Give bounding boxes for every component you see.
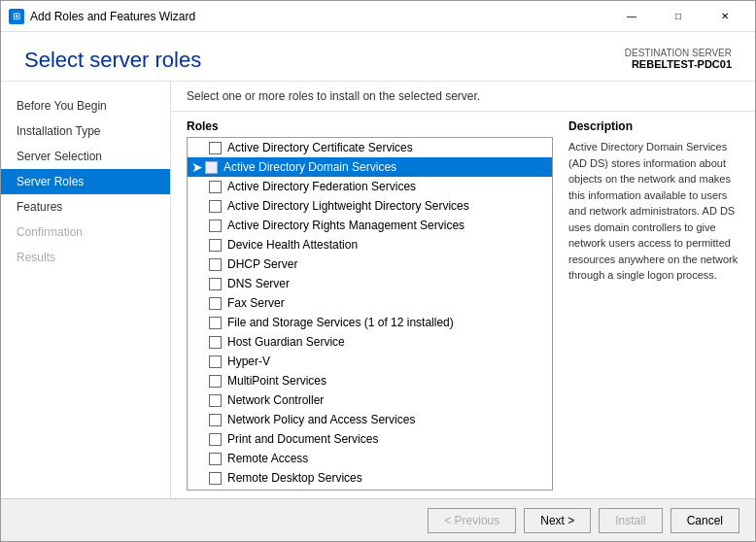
sidebar-item-confirmation: Confirmation xyxy=(1,220,170,245)
app-icon: ⊞ xyxy=(9,9,24,24)
role-name: Remote Desktop Services xyxy=(227,471,362,485)
arrow-icon: ➤ xyxy=(191,159,203,175)
role-checkbox[interactable] xyxy=(209,142,222,154)
role-name: Active Directory Domain Services xyxy=(223,160,396,174)
role-checkbox[interactable] xyxy=(209,394,222,407)
role-name: DHCP Server xyxy=(227,257,297,271)
instruction-bar: Select one or more roles to install on t… xyxy=(171,82,755,112)
role-name: Fax Server xyxy=(227,296,285,310)
role-checkbox[interactable] xyxy=(209,453,222,465)
role-item[interactable]: ➤Active Directory Domain Services xyxy=(188,157,552,177)
role-checkbox[interactable] xyxy=(209,375,222,388)
role-item[interactable]: Remote Desktop Services xyxy=(188,468,552,488)
role-checkbox[interactable] xyxy=(209,258,222,271)
role-item[interactable]: Print and Document Services xyxy=(188,429,552,449)
footer: < Previous Next > Install Cancel xyxy=(1,498,755,541)
role-name: Active Directory Certificate Services xyxy=(227,141,413,154)
role-checkbox[interactable] xyxy=(209,181,222,193)
sidebar-item-results: Results xyxy=(1,245,170,270)
sidebar-item-server-roles[interactable]: Server Roles xyxy=(1,169,170,194)
window-controls: — □ ✕ xyxy=(609,5,747,28)
instruction-text: Select one or more roles to install on t… xyxy=(187,89,480,103)
roles-panel: Roles Active Directory Certificate Servi… xyxy=(171,112,561,498)
role-item[interactable]: Active Directory Federation Services xyxy=(188,177,552,196)
role-checkbox[interactable] xyxy=(209,433,222,446)
sidebar-item-features[interactable]: Features xyxy=(1,194,170,220)
role-item[interactable]: Device Health Attestation xyxy=(188,235,552,254)
role-name: File and Storage Services (1 of 12 insta… xyxy=(227,316,454,329)
role-name: Active Directory Lightweight Directory S… xyxy=(227,199,469,213)
role-checkbox[interactable] xyxy=(209,336,222,349)
sidebar-item-installation-type[interactable]: Installation Type xyxy=(1,119,170,144)
destination-info: DESTINATION SERVER REBELTEST-PDC01 xyxy=(625,48,732,70)
role-name: Host Guardian Service xyxy=(227,335,345,349)
role-item[interactable]: Active Directory Lightweight Directory S… xyxy=(188,196,552,216)
role-name: Active Directory Federation Services xyxy=(227,180,416,193)
install-button[interactable]: Install xyxy=(599,508,662,533)
sidebar-item-server-selection[interactable]: Server Selection xyxy=(1,144,170,169)
page-title: Select server roles xyxy=(24,48,201,73)
next-button[interactable]: Next > xyxy=(524,508,591,533)
role-checkbox[interactable] xyxy=(209,220,222,232)
role-checkbox[interactable] xyxy=(209,297,222,310)
role-name: Network Controller xyxy=(227,393,324,407)
role-item[interactable]: DNS Server xyxy=(188,274,552,293)
description-header: Description xyxy=(568,119,743,133)
destination-label: DESTINATION SERVER xyxy=(625,48,732,58)
main-content: Select one or more roles to install on t… xyxy=(171,82,755,498)
role-item[interactable]: Host Guardian Service xyxy=(188,332,552,352)
role-item[interactable]: File and Storage Services (1 of 12 insta… xyxy=(188,313,552,332)
role-checkbox[interactable] xyxy=(209,239,222,252)
previous-button[interactable]: < Previous xyxy=(428,508,516,533)
window-title: Add Roles and Features Wizard xyxy=(30,10,609,23)
role-checkbox[interactable] xyxy=(209,472,222,485)
description-text: Active Directory Domain Services (AD DS)… xyxy=(568,139,743,284)
role-checkbox[interactable] xyxy=(209,317,222,329)
title-bar: ⊞ Add Roles and Features Wizard — □ ✕ xyxy=(1,1,755,32)
role-name: Print and Document Services xyxy=(227,432,378,446)
role-item[interactable]: Remote Access xyxy=(188,449,552,468)
close-button[interactable]: ✕ xyxy=(703,5,747,28)
role-item[interactable]: Network Policy and Access Services xyxy=(188,410,552,429)
role-item[interactable]: Active Directory Rights Management Servi… xyxy=(188,216,552,235)
minimize-button[interactable]: — xyxy=(609,5,654,28)
roles-description-pane: Roles Active Directory Certificate Servi… xyxy=(171,112,755,498)
sidebar-item-before-you-begin[interactable]: Before You Begin xyxy=(1,93,170,119)
role-name: MultiPoint Services xyxy=(227,374,326,388)
destination-server-name: REBELTEST-PDC01 xyxy=(625,58,732,70)
role-name: Hyper-V xyxy=(227,355,270,368)
role-item[interactable]: Network Controller xyxy=(188,390,552,410)
role-item[interactable]: MultiPoint Services xyxy=(188,371,552,390)
role-name: Device Health Attestation xyxy=(227,238,358,252)
role-name: Remote Access xyxy=(227,452,308,465)
role-checkbox[interactable] xyxy=(209,414,222,426)
role-item[interactable]: Hyper-V xyxy=(188,352,552,371)
role-name: DNS Server xyxy=(227,277,290,290)
cancel-button[interactable]: Cancel xyxy=(670,508,739,533)
main-layout: Before You BeginInstallation TypeServer … xyxy=(1,82,755,498)
roles-header: Roles xyxy=(187,119,553,133)
role-name: Active Directory Rights Management Servi… xyxy=(227,219,464,232)
roles-list: Active Directory Certificate Services➤Ac… xyxy=(188,138,552,491)
roles-list-container[interactable]: Active Directory Certificate Services➤Ac… xyxy=(187,137,553,491)
sidebar: Before You BeginInstallation TypeServer … xyxy=(1,82,171,498)
role-checkbox[interactable] xyxy=(209,200,222,213)
role-checkbox[interactable] xyxy=(209,356,222,368)
maximize-button[interactable]: □ xyxy=(656,5,701,28)
role-name: Network Policy and Access Services xyxy=(227,413,415,426)
page-header: Select server roles DESTINATION SERVER R… xyxy=(1,32,755,82)
role-checkbox[interactable] xyxy=(205,161,218,174)
role-checkbox[interactable] xyxy=(209,278,222,290)
role-item[interactable]: Active Directory Certificate Services xyxy=(188,138,552,157)
window: ⊞ Add Roles and Features Wizard — □ ✕ Se… xyxy=(0,0,756,542)
role-item[interactable]: Volume Activation Services xyxy=(188,488,552,491)
role-item[interactable]: DHCP Server xyxy=(188,254,552,274)
description-panel: Description Active Directory Domain Serv… xyxy=(561,112,755,498)
role-item[interactable]: Fax Server xyxy=(188,293,552,313)
